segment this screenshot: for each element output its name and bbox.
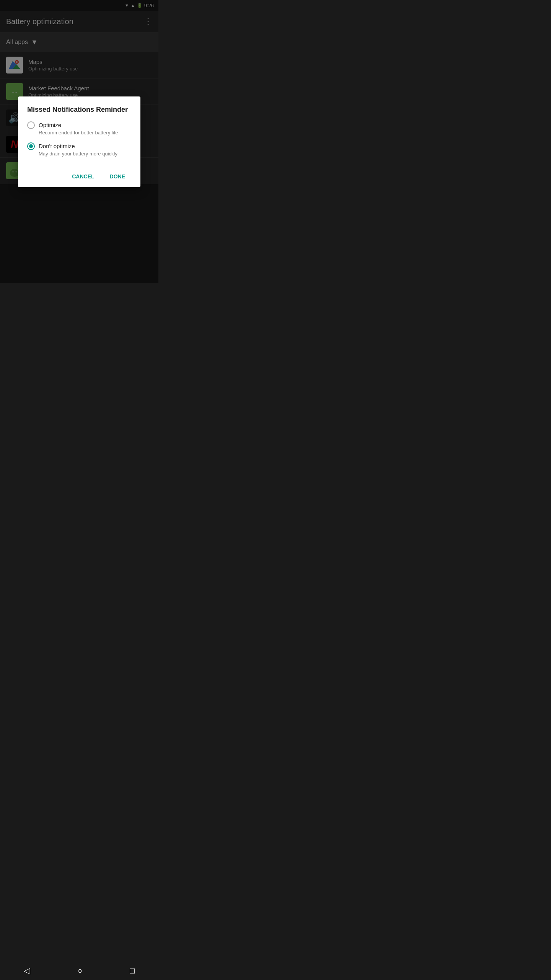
optimize-label: Optimize [39, 122, 61, 128]
done-button[interactable]: DONE [104, 170, 131, 183]
optimize-sublabel: Recommended for better battery life [39, 130, 131, 136]
dialog-actions: CANCEL DONE [27, 167, 131, 183]
modal-overlay: Missed Notifications Reminder Optimize R… [0, 0, 158, 283]
dont-optimize-radio-row[interactable]: Don't optimize [27, 142, 131, 150]
dialog-title: Missed Notifications Reminder [27, 106, 131, 114]
cancel-button[interactable]: CANCEL [66, 170, 100, 183]
optimize-radio-row[interactable]: Optimize [27, 121, 131, 129]
dialog: Missed Notifications Reminder Optimize R… [18, 96, 140, 187]
dont-optimize-sublabel: May drain your battery more quickly [39, 151, 131, 157]
dont-optimize-option[interactable]: Don't optimize May drain your battery mo… [27, 142, 131, 161]
dont-optimize-radio-button[interactable] [27, 142, 35, 150]
dont-optimize-label: Don't optimize [39, 143, 75, 149]
optimize-radio-button[interactable] [27, 121, 35, 129]
optimize-option[interactable]: Optimize Recommended for better battery … [27, 121, 131, 140]
